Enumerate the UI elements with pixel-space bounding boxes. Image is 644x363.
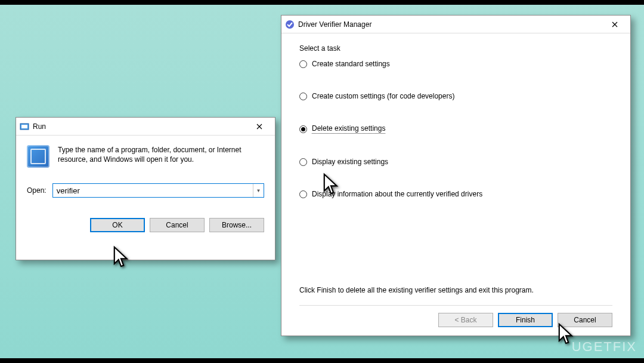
radio-label: Create custom settings (for code develop… (312, 92, 454, 100)
verifier-titlebar-icon (285, 20, 295, 29)
run-title: Run (33, 122, 247, 131)
ok-button[interactable]: OK (90, 218, 145, 232)
open-combobox[interactable]: ▼ (52, 183, 264, 198)
radio-label: Display existing settings (312, 158, 388, 166)
chevron-down-icon[interactable]: ▼ (253, 184, 264, 197)
radio-label: Display information about the currently … (312, 190, 482, 198)
verifier-title: Driver Verifier Manager (298, 20, 603, 29)
cancel-button[interactable]: Cancel (150, 218, 205, 232)
run-close-button[interactable] (247, 118, 271, 135)
letterbox-bottom (0, 358, 644, 363)
task-radio-group: Create standard settings Create custom s… (299, 60, 612, 280)
verifier-hint: Click Finish to delete all the existing … (299, 286, 612, 294)
task-group-label: Select a task (299, 44, 612, 53)
radio-icon (299, 190, 307, 198)
radio-create-standard[interactable]: Create standard settings (299, 60, 612, 68)
radio-create-custom[interactable]: Create custom settings (for code develop… (299, 92, 612, 100)
verifier-titlebar: Driver Verifier Manager (281, 16, 630, 33)
watermark: UGETFIX (572, 339, 637, 355)
close-icon (612, 21, 618, 27)
run-app-icon (27, 145, 49, 168)
letterbox-top (0, 0, 644, 5)
back-button: < Back (438, 313, 493, 327)
radio-display-info[interactable]: Display information about the currently … (299, 190, 612, 198)
run-titlebar-icon (20, 122, 29, 131)
radio-icon (299, 125, 307, 133)
radio-icon (299, 60, 307, 68)
open-input[interactable] (53, 184, 253, 197)
radio-label: Create standard settings (312, 60, 390, 68)
verifier-close-button[interactable] (603, 16, 627, 33)
verifier-cancel-button[interactable]: Cancel (558, 313, 612, 327)
radio-delete-existing[interactable]: Delete existing settings (299, 124, 612, 134)
close-icon (256, 124, 262, 130)
verifier-body: Select a task Create standard settings C… (281, 33, 630, 336)
run-dialog: Run Type the name of a program, folder, … (16, 117, 275, 260)
separator (299, 305, 612, 306)
svg-rect-1 (21, 125, 27, 128)
radio-icon (299, 93, 307, 100)
finish-button[interactable]: Finish (498, 313, 553, 327)
radio-icon (299, 158, 307, 166)
verifier-dialog: Driver Verifier Manager Select a task Cr… (281, 15, 631, 336)
open-label: Open: (27, 186, 47, 195)
browse-button[interactable]: Browse... (209, 218, 264, 232)
run-body: Type the name of a program, folder, docu… (16, 136, 275, 241)
run-description: Type the name of a program, folder, docu… (58, 145, 264, 168)
run-titlebar: Run (16, 118, 275, 136)
svg-point-2 (286, 20, 294, 29)
radio-label: Delete existing settings (312, 124, 385, 134)
radio-display-existing[interactable]: Display existing settings (299, 158, 612, 166)
